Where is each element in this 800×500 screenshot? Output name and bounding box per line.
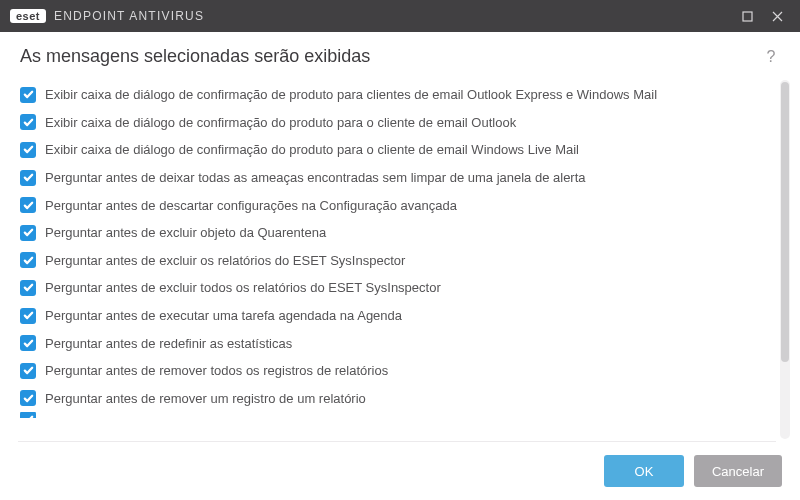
ok-button[interactable]: OK (604, 455, 684, 487)
list-item: Exibir caixa de diálogo de confirmação d… (18, 109, 776, 137)
list-item: Exibir caixa de diálogo de confirmação d… (18, 81, 776, 109)
cancel-button[interactable]: Cancelar (694, 455, 782, 487)
help-icon: ? (767, 48, 776, 66)
list-item: Perguntar antes de descartar configuraçõ… (18, 191, 776, 219)
list-item-label: Perguntar antes de excluir objeto da Qua… (45, 225, 326, 240)
checkbox[interactable] (20, 390, 36, 406)
list-item: Perguntar antes de executar uma tarefa a… (18, 302, 776, 330)
svg-rect-0 (743, 12, 752, 21)
scrollbar-track[interactable] (780, 80, 790, 439)
brand-badge: eset (10, 9, 46, 23)
checkbox[interactable] (20, 197, 36, 213)
dialog-header: As mensagens selecionadas serão exibidas… (0, 32, 800, 77)
checkbox[interactable] (20, 280, 36, 296)
checkbox[interactable] (20, 170, 36, 186)
dialog-title: As mensagens selecionadas serão exibidas (20, 46, 762, 67)
list-item-label: Exibir caixa de diálogo de confirmação d… (45, 115, 516, 130)
list-item-peek (18, 412, 776, 418)
checkbox[interactable] (20, 335, 36, 351)
list-item-label: Exibir caixa de diálogo de confirmação d… (45, 142, 579, 157)
list-item-label: Perguntar antes de excluir os relatórios… (45, 253, 405, 268)
checkbox[interactable] (20, 114, 36, 130)
list-item: Perguntar antes de excluir os relatórios… (18, 247, 776, 275)
brand-text: ENDPOINT ANTIVIRUS (54, 9, 204, 23)
list-item: Exibir caixa de diálogo de confirmação d… (18, 136, 776, 164)
list-item: Perguntar antes de excluir todos os rela… (18, 274, 776, 302)
scrollbar-thumb[interactable] (781, 82, 789, 362)
checkbox[interactable] (20, 87, 36, 103)
checkbox[interactable] (20, 252, 36, 268)
titlebar: eset ENDPOINT ANTIVIRUS (0, 0, 800, 32)
help-button[interactable]: ? (762, 48, 780, 66)
list-item: Perguntar antes de remover um registro d… (18, 385, 776, 413)
list-item: Perguntar antes de excluir objeto da Qua… (18, 219, 776, 247)
window-close-button[interactable] (762, 0, 792, 32)
list-item-label: Perguntar antes de remover todos os regi… (45, 363, 388, 378)
close-icon (772, 11, 783, 22)
dialog-footer: OK Cancelar (0, 442, 800, 500)
list-item-label: Perguntar antes de executar uma tarefa a… (45, 308, 402, 323)
list-item-label: Perguntar antes de redefinir as estatíst… (45, 336, 292, 351)
checkbox[interactable] (20, 308, 36, 324)
list-item-label: Perguntar antes de excluir todos os rela… (45, 280, 441, 295)
list-item: Perguntar antes de deixar todas as ameaç… (18, 164, 776, 192)
checkbox[interactable] (20, 142, 36, 158)
list-container: Exibir caixa de diálogo de confirmação d… (18, 77, 790, 442)
checkbox[interactable] (20, 412, 36, 418)
message-list: Exibir caixa de diálogo de confirmação d… (18, 77, 776, 442)
window-minimize-button[interactable] (732, 0, 762, 32)
list-item-label: Exibir caixa de diálogo de confirmação d… (45, 87, 657, 102)
list-item-label: Perguntar antes de remover um registro d… (45, 391, 366, 406)
checkbox[interactable] (20, 225, 36, 241)
list-item: Perguntar antes de redefinir as estatíst… (18, 329, 776, 357)
checkbox[interactable] (20, 363, 36, 379)
list-item-label: Perguntar antes de deixar todas as ameaç… (45, 170, 586, 185)
list-item-label: Perguntar antes de descartar configuraçõ… (45, 198, 457, 213)
minimize-icon (742, 11, 753, 22)
list-item: Perguntar antes de remover todos os regi… (18, 357, 776, 385)
